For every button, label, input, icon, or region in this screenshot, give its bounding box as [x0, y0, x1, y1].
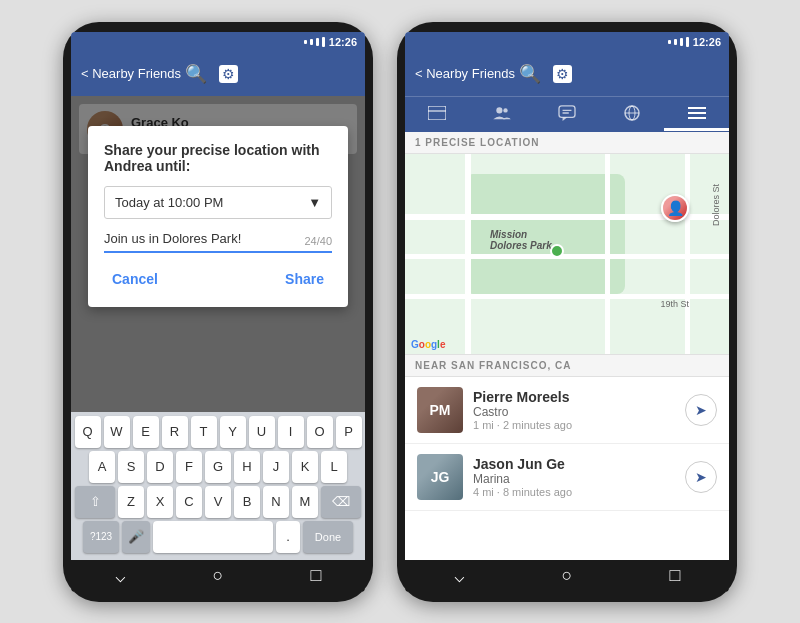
pierre-distance: 1 mi · 2 minutes ago: [473, 419, 675, 431]
key-s[interactable]: S: [118, 451, 144, 483]
pierre-info: Pierre Moreels Castro 1 mi · 2 minutes a…: [473, 389, 675, 431]
key-l[interactable]: L: [321, 451, 347, 483]
jason-distance: 4 mi · 8 minutes ago: [473, 486, 675, 498]
signal-icons-right: [668, 37, 689, 47]
road-h2: [405, 254, 729, 259]
share-button[interactable]: Share: [277, 267, 332, 291]
friend-map-pin: [550, 244, 564, 258]
key-h[interactable]: H: [234, 451, 260, 483]
back-button-left[interactable]: < Nearby Friends: [81, 66, 181, 81]
road-v2: [605, 154, 610, 354]
key-w[interactable]: W: [104, 416, 130, 448]
dialog-dropdown[interactable]: Today at 10:00 PM ▼: [104, 186, 332, 219]
keyboard-row-3: ⇧ Z X C V B N M ⌫: [73, 486, 363, 518]
message-text: Join us in Dolores Park!: [104, 231, 241, 246]
nav-bar-right: < Nearby Friends 🔍 ⚙: [405, 52, 729, 96]
left-phone: 12:26 < Nearby Friends 🔍 ⚙ G Grace Ko ½: [63, 22, 373, 602]
road-v3: [685, 154, 690, 354]
key-v[interactable]: V: [205, 486, 231, 518]
jason-avatar: JG: [417, 454, 463, 500]
bottom-nav-bar-left: ⌵ ○ □: [71, 560, 365, 592]
19th-st-label: 19th St: [660, 299, 689, 309]
friend-item-jason: JG Jason Jun Ge Marina 4 mi · 8 minutes …: [405, 444, 729, 511]
settings-icon-left[interactable]: ⚙: [219, 65, 238, 83]
key-n[interactable]: N: [263, 486, 289, 518]
dropdown-value: Today at 10:00 PM: [115, 195, 223, 210]
tab-people[interactable]: [470, 98, 535, 131]
left-content: G Grace Ko ½ mi · 2 minutes ago Share yo…: [71, 96, 365, 412]
tab-globe[interactable]: [599, 97, 664, 132]
key-shift[interactable]: ⇧: [75, 486, 115, 518]
keyboard: Q W E R T Y U I O P A S D F G H J K: [71, 412, 365, 560]
key-f[interactable]: F: [176, 451, 202, 483]
back-button-right[interactable]: < Nearby Friends: [415, 66, 515, 81]
key-o[interactable]: O: [307, 416, 333, 448]
key-z[interactable]: Z: [118, 486, 144, 518]
pierre-navigate-button[interactable]: ➤: [685, 394, 717, 426]
status-time-left: 12:26: [329, 36, 357, 48]
key-a[interactable]: A: [89, 451, 115, 483]
key-t[interactable]: T: [191, 416, 217, 448]
tab-menu[interactable]: [664, 98, 729, 131]
tab-card[interactable]: [405, 98, 470, 131]
svg-rect-0: [428, 106, 446, 120]
key-123[interactable]: ?123: [83, 521, 119, 553]
status-bar-right: 12:26: [405, 32, 729, 52]
jason-name: Jason Jun Ge: [473, 456, 675, 472]
pierre-location: Castro: [473, 405, 675, 419]
key-g[interactable]: G: [205, 451, 231, 483]
signal-bar-4: [322, 37, 325, 47]
key-q[interactable]: Q: [75, 416, 101, 448]
back-soft-button[interactable]: ⌵: [115, 565, 126, 587]
search-icon-right[interactable]: 🔍: [519, 63, 541, 85]
key-e[interactable]: E: [133, 416, 159, 448]
recents-soft-button[interactable]: □: [311, 565, 322, 586]
map-container: MissionDolores Park Dolores St 19th St 👤…: [405, 154, 729, 354]
nav-icons-right: 🔍 ⚙: [519, 63, 572, 85]
key-backspace[interactable]: ⌫: [321, 486, 361, 518]
key-k[interactable]: K: [292, 451, 318, 483]
precise-location-label: 1 PRECISE LOCATION: [405, 132, 729, 154]
status-time-right: 12:26: [693, 36, 721, 48]
key-j[interactable]: J: [263, 451, 289, 483]
dialog-overlay: Share your precise location with Andrea …: [71, 96, 365, 412]
key-mic[interactable]: 🎤: [122, 521, 150, 553]
key-b[interactable]: B: [234, 486, 260, 518]
right-screen: 12:26 < Nearby Friends 🔍 ⚙: [405, 32, 729, 592]
search-icon-left[interactable]: 🔍: [185, 63, 207, 85]
key-space[interactable]: [153, 521, 273, 553]
key-done[interactable]: Done: [303, 521, 353, 553]
tab-chat[interactable]: [535, 97, 600, 132]
home-soft-button-right[interactable]: ○: [562, 565, 573, 586]
key-period[interactable]: .: [276, 521, 300, 553]
key-m[interactable]: M: [292, 486, 318, 518]
back-soft-button-right[interactable]: ⌵: [454, 565, 465, 587]
jason-navigate-button[interactable]: ➤: [685, 461, 717, 493]
dialog-buttons: Cancel Share: [104, 267, 332, 291]
park-label: MissionDolores Park: [490, 229, 552, 251]
friends-list: PM Pierre Moreels Castro 1 mi · 2 minute…: [405, 377, 729, 560]
home-soft-button[interactable]: ○: [213, 565, 224, 586]
cancel-button[interactable]: Cancel: [104, 267, 166, 291]
key-c[interactable]: C: [176, 486, 202, 518]
key-x[interactable]: X: [147, 486, 173, 518]
settings-icon-right[interactable]: ⚙: [553, 65, 572, 83]
jason-location: Marina: [473, 472, 675, 486]
key-u[interactable]: U: [249, 416, 275, 448]
key-y[interactable]: Y: [220, 416, 246, 448]
left-screen: 12:26 < Nearby Friends 🔍 ⚙ G Grace Ko ½: [71, 32, 365, 592]
dialog-title: Share your precise location with Andrea …: [104, 142, 332, 174]
char-count: 24/40: [304, 235, 332, 247]
key-i[interactable]: I: [278, 416, 304, 448]
pierre-avatar: PM: [417, 387, 463, 433]
key-p[interactable]: P: [336, 416, 362, 448]
recents-soft-button-right[interactable]: □: [670, 565, 681, 586]
key-r[interactable]: R: [162, 416, 188, 448]
google-logo: Google: [411, 339, 445, 350]
message-input-area[interactable]: Join us in Dolores Park! 24/40: [104, 229, 332, 253]
key-d[interactable]: D: [147, 451, 173, 483]
nearby-section-label: NEAR SAN FRANCISCO, CA: [405, 354, 729, 377]
jason-info: Jason Jun Ge Marina 4 mi · 8 minutes ago: [473, 456, 675, 498]
pierre-name: Pierre Moreels: [473, 389, 675, 405]
bottom-nav-bar-right: ⌵ ○ □: [405, 560, 729, 592]
